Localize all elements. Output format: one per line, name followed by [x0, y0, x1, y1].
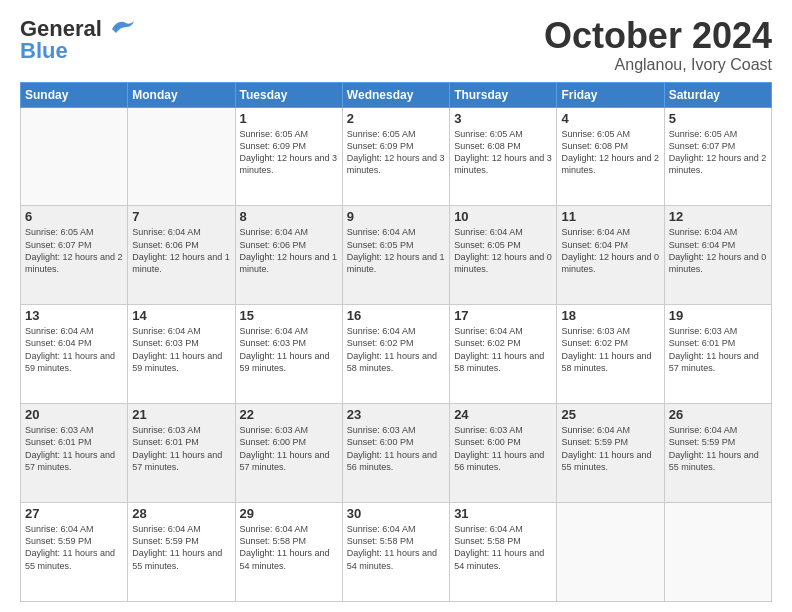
day-number: 3 — [454, 111, 552, 126]
day-number: 29 — [240, 506, 338, 521]
table-row: 3Sunrise: 6:05 AM Sunset: 6:08 PM Daylig… — [450, 107, 557, 206]
day-info: Sunrise: 6:05 AM Sunset: 6:09 PM Dayligh… — [347, 128, 445, 177]
page-subtitle: Anglanou, Ivory Coast — [544, 56, 772, 74]
table-row: 21Sunrise: 6:03 AM Sunset: 6:01 PM Dayli… — [128, 404, 235, 503]
calendar-table: Sunday Monday Tuesday Wednesday Thursday… — [20, 82, 772, 602]
day-info: Sunrise: 6:04 AM Sunset: 5:59 PM Dayligh… — [132, 523, 230, 572]
day-info: Sunrise: 6:03 AM Sunset: 6:01 PM Dayligh… — [669, 325, 767, 374]
day-number: 14 — [132, 308, 230, 323]
table-row: 7Sunrise: 6:04 AM Sunset: 6:06 PM Daylig… — [128, 206, 235, 305]
day-info: Sunrise: 6:03 AM Sunset: 6:02 PM Dayligh… — [561, 325, 659, 374]
day-info: Sunrise: 6:05 AM Sunset: 6:08 PM Dayligh… — [454, 128, 552, 177]
table-row: 9Sunrise: 6:04 AM Sunset: 6:05 PM Daylig… — [342, 206, 449, 305]
table-row: 27Sunrise: 6:04 AM Sunset: 5:59 PM Dayli… — [21, 503, 128, 602]
table-row: 19Sunrise: 6:03 AM Sunset: 6:01 PM Dayli… — [664, 305, 771, 404]
day-info: Sunrise: 6:04 AM Sunset: 6:05 PM Dayligh… — [454, 226, 552, 275]
day-info: Sunrise: 6:04 AM Sunset: 6:06 PM Dayligh… — [240, 226, 338, 275]
day-number: 27 — [25, 506, 123, 521]
table-row: 18Sunrise: 6:03 AM Sunset: 6:02 PM Dayli… — [557, 305, 664, 404]
table-row: 11Sunrise: 6:04 AM Sunset: 6:04 PM Dayli… — [557, 206, 664, 305]
col-wednesday: Wednesday — [342, 82, 449, 107]
day-info: Sunrise: 6:04 AM Sunset: 5:58 PM Dayligh… — [240, 523, 338, 572]
col-friday: Friday — [557, 82, 664, 107]
day-number: 12 — [669, 209, 767, 224]
table-row: 31Sunrise: 6:04 AM Sunset: 5:58 PM Dayli… — [450, 503, 557, 602]
table-row: 2Sunrise: 6:05 AM Sunset: 6:09 PM Daylig… — [342, 107, 449, 206]
day-info: Sunrise: 6:05 AM Sunset: 6:08 PM Dayligh… — [561, 128, 659, 177]
day-number: 13 — [25, 308, 123, 323]
day-number: 1 — [240, 111, 338, 126]
day-info: Sunrise: 6:04 AM Sunset: 6:04 PM Dayligh… — [25, 325, 123, 374]
col-saturday: Saturday — [664, 82, 771, 107]
page-title: October 2024 — [544, 16, 772, 56]
day-info: Sunrise: 6:05 AM Sunset: 6:07 PM Dayligh… — [669, 128, 767, 177]
day-number: 19 — [669, 308, 767, 323]
day-info: Sunrise: 6:05 AM Sunset: 6:09 PM Dayligh… — [240, 128, 338, 177]
day-number: 8 — [240, 209, 338, 224]
table-row — [557, 503, 664, 602]
table-row: 8Sunrise: 6:04 AM Sunset: 6:06 PM Daylig… — [235, 206, 342, 305]
day-number: 6 — [25, 209, 123, 224]
day-number: 23 — [347, 407, 445, 422]
day-number: 17 — [454, 308, 552, 323]
day-number: 5 — [669, 111, 767, 126]
calendar-week-row: 6Sunrise: 6:05 AM Sunset: 6:07 PM Daylig… — [21, 206, 772, 305]
calendar-week-row: 1Sunrise: 6:05 AM Sunset: 6:09 PM Daylig… — [21, 107, 772, 206]
col-thursday: Thursday — [450, 82, 557, 107]
day-info: Sunrise: 6:04 AM Sunset: 6:02 PM Dayligh… — [454, 325, 552, 374]
day-info: Sunrise: 6:04 AM Sunset: 5:58 PM Dayligh… — [347, 523, 445, 572]
table-row: 14Sunrise: 6:04 AM Sunset: 6:03 PM Dayli… — [128, 305, 235, 404]
title-block: October 2024 Anglanou, Ivory Coast — [544, 16, 772, 74]
day-info: Sunrise: 6:04 AM Sunset: 6:04 PM Dayligh… — [669, 226, 767, 275]
day-info: Sunrise: 6:04 AM Sunset: 6:04 PM Dayligh… — [561, 226, 659, 275]
table-row: 24Sunrise: 6:03 AM Sunset: 6:00 PM Dayli… — [450, 404, 557, 503]
day-number: 10 — [454, 209, 552, 224]
day-info: Sunrise: 6:04 AM Sunset: 6:03 PM Dayligh… — [240, 325, 338, 374]
table-row: 10Sunrise: 6:04 AM Sunset: 6:05 PM Dayli… — [450, 206, 557, 305]
day-info: Sunrise: 6:03 AM Sunset: 6:00 PM Dayligh… — [347, 424, 445, 473]
table-row: 28Sunrise: 6:04 AM Sunset: 5:59 PM Dayli… — [128, 503, 235, 602]
logo-bird-icon — [104, 15, 136, 37]
table-row: 25Sunrise: 6:04 AM Sunset: 5:59 PM Dayli… — [557, 404, 664, 503]
table-row — [128, 107, 235, 206]
calendar-week-row: 27Sunrise: 6:04 AM Sunset: 5:59 PM Dayli… — [21, 503, 772, 602]
table-row: 5Sunrise: 6:05 AM Sunset: 6:07 PM Daylig… — [664, 107, 771, 206]
day-number: 2 — [347, 111, 445, 126]
day-number: 28 — [132, 506, 230, 521]
day-number: 21 — [132, 407, 230, 422]
day-info: Sunrise: 6:03 AM Sunset: 6:01 PM Dayligh… — [25, 424, 123, 473]
day-info: Sunrise: 6:03 AM Sunset: 6:01 PM Dayligh… — [132, 424, 230, 473]
col-sunday: Sunday — [21, 82, 128, 107]
table-row: 1Sunrise: 6:05 AM Sunset: 6:09 PM Daylig… — [235, 107, 342, 206]
table-row: 20Sunrise: 6:03 AM Sunset: 6:01 PM Dayli… — [21, 404, 128, 503]
calendar-week-row: 13Sunrise: 6:04 AM Sunset: 6:04 PM Dayli… — [21, 305, 772, 404]
day-number: 4 — [561, 111, 659, 126]
logo: General Blue — [20, 16, 136, 64]
day-number: 26 — [669, 407, 767, 422]
table-row: 13Sunrise: 6:04 AM Sunset: 6:04 PM Dayli… — [21, 305, 128, 404]
day-info: Sunrise: 6:04 AM Sunset: 6:06 PM Dayligh… — [132, 226, 230, 275]
day-number: 31 — [454, 506, 552, 521]
day-number: 16 — [347, 308, 445, 323]
day-number: 18 — [561, 308, 659, 323]
day-number: 11 — [561, 209, 659, 224]
day-number: 22 — [240, 407, 338, 422]
day-info: Sunrise: 6:05 AM Sunset: 6:07 PM Dayligh… — [25, 226, 123, 275]
table-row: 4Sunrise: 6:05 AM Sunset: 6:08 PM Daylig… — [557, 107, 664, 206]
day-info: Sunrise: 6:04 AM Sunset: 6:02 PM Dayligh… — [347, 325, 445, 374]
table-row: 30Sunrise: 6:04 AM Sunset: 5:58 PM Dayli… — [342, 503, 449, 602]
day-info: Sunrise: 6:04 AM Sunset: 6:05 PM Dayligh… — [347, 226, 445, 275]
day-info: Sunrise: 6:04 AM Sunset: 5:59 PM Dayligh… — [561, 424, 659, 473]
calendar-week-row: 20Sunrise: 6:03 AM Sunset: 6:01 PM Dayli… — [21, 404, 772, 503]
table-row — [664, 503, 771, 602]
table-row: 29Sunrise: 6:04 AM Sunset: 5:58 PM Dayli… — [235, 503, 342, 602]
table-row: 12Sunrise: 6:04 AM Sunset: 6:04 PM Dayli… — [664, 206, 771, 305]
table-row: 17Sunrise: 6:04 AM Sunset: 6:02 PM Dayli… — [450, 305, 557, 404]
day-info: Sunrise: 6:04 AM Sunset: 5:59 PM Dayligh… — [25, 523, 123, 572]
day-number: 7 — [132, 209, 230, 224]
table-row: 23Sunrise: 6:03 AM Sunset: 6:00 PM Dayli… — [342, 404, 449, 503]
day-number: 20 — [25, 407, 123, 422]
table-row: 15Sunrise: 6:04 AM Sunset: 6:03 PM Dayli… — [235, 305, 342, 404]
calendar-header-row: Sunday Monday Tuesday Wednesday Thursday… — [21, 82, 772, 107]
header: General Blue October 2024 Anglanou, Ivor… — [20, 16, 772, 74]
